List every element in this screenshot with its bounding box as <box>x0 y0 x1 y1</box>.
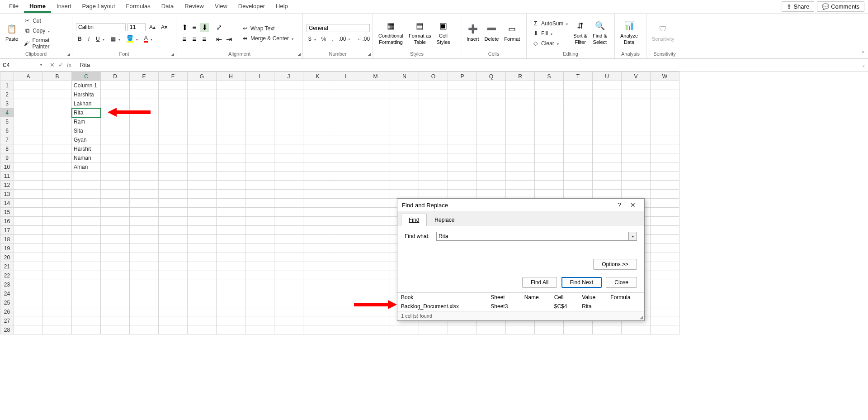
cell-T7[interactable] <box>564 135 593 144</box>
col-header-S[interactable]: S <box>535 72 564 81</box>
cell-D18[interactable] <box>101 235 130 244</box>
cell-I9[interactable] <box>245 153 274 162</box>
find-what-input[interactable] <box>436 232 629 241</box>
cell-C19[interactable] <box>72 244 101 253</box>
cell-U8[interactable] <box>593 144 622 153</box>
clipboard-launcher-icon[interactable]: ◢ <box>67 52 70 57</box>
cell-K3[interactable] <box>303 99 332 108</box>
cell-A21[interactable] <box>14 262 43 271</box>
cell-B5[interactable] <box>43 117 72 126</box>
cell-W19[interactable] <box>651 244 679 253</box>
cell-R11[interactable] <box>506 172 535 181</box>
cell-H11[interactable] <box>217 172 245 181</box>
cell-I23[interactable] <box>245 280 274 289</box>
cell-E8[interactable] <box>130 144 159 153</box>
cell-I3[interactable] <box>245 99 274 108</box>
dialog-titlebar[interactable]: Find and Replace ? ✕ <box>397 199 644 211</box>
cell-I8[interactable] <box>245 144 274 153</box>
bold-button[interactable]: B <box>76 34 84 43</box>
analyze-data-button[interactable]: 📊Analyze Data <box>618 20 640 46</box>
cell-V7[interactable] <box>622 135 651 144</box>
cell-N3[interactable] <box>390 99 419 108</box>
font-color-button[interactable]: A <box>142 34 154 43</box>
italic-button[interactable]: I <box>86 34 91 43</box>
cell-A3[interactable] <box>14 99 43 108</box>
cell-O28[interactable] <box>419 325 448 334</box>
cell-N11[interactable] <box>390 172 419 181</box>
cell-K7[interactable] <box>303 135 332 144</box>
cell-G10[interactable] <box>188 162 217 172</box>
cell-F28[interactable] <box>159 325 188 334</box>
cell-V12[interactable] <box>622 181 651 190</box>
cell-W6[interactable] <box>651 126 679 135</box>
cell-P28[interactable] <box>448 325 477 334</box>
insert-cells-button[interactable]: ➕Insert <box>465 24 481 43</box>
cell-T11[interactable] <box>564 172 593 181</box>
cell-M21[interactable] <box>361 262 390 271</box>
row-header-28[interactable]: 28 <box>0 325 14 334</box>
cell-J15[interactable] <box>274 208 303 217</box>
col-header-L[interactable]: L <box>332 72 361 81</box>
cell-F16[interactable] <box>159 217 188 226</box>
cell-D12[interactable] <box>101 181 130 190</box>
cell-A20[interactable] <box>14 253 43 262</box>
find-next-button[interactable]: Find Next <box>561 277 602 288</box>
cell-I28[interactable] <box>245 325 274 334</box>
col-header-J[interactable]: J <box>274 72 303 81</box>
orientation-button[interactable]: ⤢ <box>214 23 223 32</box>
cell-E22[interactable] <box>130 271 159 280</box>
autosum-button[interactable]: ΣAutoSum <box>530 19 570 28</box>
format-as-table-button[interactable]: ▤Format as Table <box>407 20 433 46</box>
cell-N4[interactable] <box>390 108 419 117</box>
cell-S7[interactable] <box>535 135 564 144</box>
cell-I16[interactable] <box>245 217 274 226</box>
cell-H23[interactable] <box>217 280 245 289</box>
cell-A23[interactable] <box>14 280 43 289</box>
cell-H18[interactable] <box>217 235 245 244</box>
cell-M19[interactable] <box>361 244 390 253</box>
cell-I18[interactable] <box>245 235 274 244</box>
menu-tab-developer[interactable]: Developer <box>233 1 270 13</box>
cell-E28[interactable] <box>130 325 159 334</box>
col-header-G[interactable]: G <box>188 72 217 81</box>
cell-L15[interactable] <box>332 208 361 217</box>
cell-P1[interactable] <box>448 81 477 90</box>
cell-A18[interactable] <box>14 235 43 244</box>
row-header-4[interactable]: 4 <box>0 108 14 117</box>
cell-I20[interactable] <box>245 253 274 262</box>
cell-M24[interactable] <box>361 289 390 298</box>
cell-C7[interactable]: Gyan <box>72 135 101 144</box>
cell-Q8[interactable] <box>477 144 506 153</box>
cell-M10[interactable] <box>361 162 390 172</box>
cell-V13[interactable] <box>622 190 651 199</box>
cell-E7[interactable] <box>130 135 159 144</box>
cell-U10[interactable] <box>593 162 622 172</box>
cell-D22[interactable] <box>101 271 130 280</box>
cell-F22[interactable] <box>159 271 188 280</box>
cell-V1[interactable] <box>622 81 651 90</box>
cell-C12[interactable] <box>72 181 101 190</box>
cell-C1[interactable]: Column 1 <box>72 81 101 90</box>
cell-M18[interactable] <box>361 235 390 244</box>
cell-N10[interactable] <box>390 162 419 172</box>
cell-L7[interactable] <box>332 135 361 144</box>
cell-W3[interactable] <box>651 99 679 108</box>
cell-W23[interactable] <box>651 280 679 289</box>
cell-K12[interactable] <box>303 181 332 190</box>
cell-N13[interactable] <box>390 190 419 199</box>
cell-M28[interactable] <box>361 325 390 334</box>
cell-C20[interactable] <box>72 253 101 262</box>
cell-U5[interactable] <box>593 117 622 126</box>
cell-C16[interactable] <box>72 217 101 226</box>
cell-T2[interactable] <box>564 90 593 99</box>
col-header-W[interactable]: W <box>651 72 679 81</box>
merge-center-button[interactable]: ⬌Merge & Center <box>240 34 295 43</box>
accept-formula-icon[interactable]: ✓ <box>58 62 63 68</box>
dialog-tab-find[interactable]: Find <box>401 214 427 226</box>
cell-G5[interactable] <box>188 117 217 126</box>
cell-P10[interactable] <box>448 162 477 172</box>
cell-B7[interactable] <box>43 135 72 144</box>
cell-M16[interactable] <box>361 217 390 226</box>
col-header-E[interactable]: E <box>130 72 159 81</box>
cell-N9[interactable] <box>390 153 419 162</box>
